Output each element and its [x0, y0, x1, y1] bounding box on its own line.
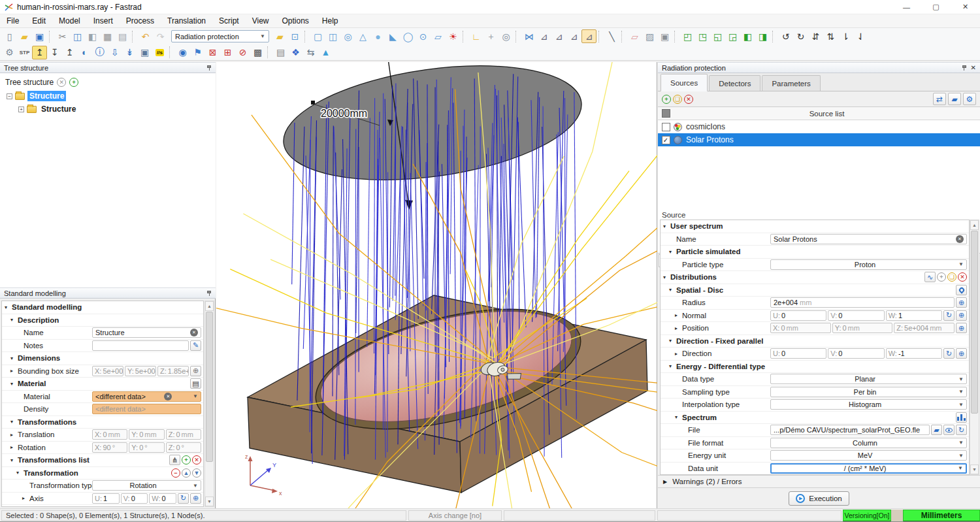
export-model-icon[interactable]: ↥ [62, 46, 77, 59]
processor-icon[interactable]: ▣ [137, 46, 152, 59]
rotate-ccw-icon[interactable]: ↺ [778, 29, 793, 43]
layers-stack-icon[interactable]: ▩ [250, 46, 265, 59]
zoom-selection-icon[interactable]: ◎ [498, 29, 514, 43]
down-icon[interactable]: ▼ [192, 468, 201, 478]
bounding-box-size-x-field[interactable]: X:5e+004 [92, 366, 123, 376]
axis-u-field[interactable]: U:1 [92, 493, 120, 504]
normal-v-field[interactable]: V:0 [828, 310, 884, 321]
axis-view-xy-icon[interactable]: ⊿ [536, 29, 551, 43]
duplicate-source-button[interactable]: ❏ [673, 95, 682, 104]
expander-triangle-icon[interactable]: ▾ [669, 363, 674, 369]
particle-type-dropdown[interactable]: Proton▼ [770, 259, 967, 270]
menu-model[interactable]: Model [52, 14, 87, 27]
target-icon[interactable]: ⊕ [956, 348, 967, 359]
rotation-y-field[interactable]: Y:0° [129, 442, 164, 453]
normal-w-field[interactable]: W:1 [886, 310, 942, 321]
refresh-icon[interactable]: ↻ [956, 425, 967, 435]
menu-view[interactable]: View [246, 14, 276, 27]
import-geometry-icon[interactable]: ↧ [47, 46, 62, 59]
warnings-row[interactable]: ▶ Warnings (2) / Errors [658, 475, 980, 488]
direction-v-field[interactable]: V:0 [828, 348, 884, 359]
axis-w-field[interactable]: W:0 [149, 493, 176, 504]
transformation-type-dropdown[interactable]: Rotation▼ [92, 480, 201, 491]
report-clipboard-icon[interactable]: ▤ [273, 46, 288, 59]
cut-icon[interactable]: ✂ [55, 29, 70, 43]
source-checkbox[interactable]: ✓ [662, 136, 670, 144]
remove-source-button[interactable]: ✕ [684, 95, 693, 104]
menu-options[interactable]: Options [276, 14, 316, 27]
menu-process[interactable]: Process [120, 14, 161, 27]
snapshot-camera-icon[interactable]: ▣ [657, 29, 672, 43]
mirror-icon[interactable]: ⋈ [521, 29, 536, 43]
undo-icon[interactable]: ↶ [138, 29, 153, 43]
shape-tube-icon[interactable]: ⊙ [416, 29, 431, 43]
density-field[interactable]: <different data> [92, 404, 201, 414]
rotation-x-field[interactable]: X:90° [92, 442, 127, 453]
pin-icon[interactable] [962, 65, 967, 71]
chevron-down-icon[interactable]: ▼ [956, 402, 964, 408]
eye-icon[interactable] [943, 425, 955, 435]
information-icon[interactable]: ⓘ [92, 46, 107, 59]
expander-triangle-icon[interactable]: ▸ [22, 495, 27, 501]
expander-triangle-icon[interactable]: ▾ [10, 355, 16, 361]
translation-y-field[interactable]: Y:0mm [129, 429, 164, 440]
clear-field-icon[interactable]: ✕ [190, 329, 198, 336]
expander-triangle-icon[interactable]: ▾ [10, 419, 16, 425]
position-x-field[interactable]: X:0mm [770, 323, 831, 333]
open-file-icon[interactable]: ▰ [17, 29, 32, 43]
menu-script[interactable]: Script [212, 14, 246, 27]
axis-view-xyz-icon[interactable]: ⊿ [581, 29, 596, 43]
shape-shell-icon[interactable]: ◎ [340, 29, 355, 43]
expander-triangle-icon[interactable]: ▸ [675, 312, 680, 318]
clone-icon[interactable]: ❏ [947, 272, 956, 282]
name-field[interactable]: Solar Protons✕ [770, 234, 967, 244]
show-points-icon[interactable]: ⊠ [205, 46, 220, 59]
shape-torus-icon[interactable]: ◯ [400, 29, 416, 43]
interpolation-type-dropdown[interactable]: Histogram▼ [770, 399, 967, 410]
rgb-cube-icon[interactable]: ❖ [288, 46, 303, 59]
rotate-up-icon[interactable]: ⇅ [823, 29, 838, 43]
expander-triangle-icon[interactable]: ▾ [675, 414, 680, 420]
expander-triangle-icon[interactable]: ▸ [675, 351, 680, 357]
file-field[interactable]: ...p/Démo CAVU/spectrum_solarProt_GEO.fl… [770, 425, 930, 435]
material-icon[interactable]: ▤ [190, 378, 201, 389]
target-icon[interactable]: ⊕ [956, 310, 967, 321]
translation-x-field[interactable]: X:0mm [92, 429, 127, 440]
expander-triangle-icon[interactable]: ▸ [675, 325, 680, 331]
modelling-scrollbar[interactable]: ▲ ▼ [204, 301, 214, 507]
translation-z-field[interactable]: Z:0mm [166, 429, 201, 440]
axis-v-field[interactable]: V:0 [121, 493, 148, 504]
translate-probe-icon[interactable]: ↡ [122, 46, 137, 59]
import-stp-icon[interactable]: STP [17, 46, 32, 59]
chevron-down-icon[interactable]: ▼ [956, 376, 964, 382]
tab-sources[interactable]: Sources [661, 74, 708, 91]
name-field[interactable]: Structure✕ [92, 327, 201, 338]
menu-translation[interactable]: Translation [161, 14, 212, 27]
bounding-box-size-y-field[interactable]: Y:5e+004 [125, 366, 156, 376]
duplicate-icon[interactable]: ◧ [85, 29, 100, 43]
remove-red-icon[interactable]: ✕ [958, 272, 967, 282]
redo-icon[interactable]: ↷ [153, 29, 168, 43]
delete-icon[interactable]: ▦ [100, 29, 115, 43]
select-all-checkbox[interactable] [662, 109, 670, 118]
close-button[interactable]: ✕ [951, 0, 980, 14]
menu-edit[interactable]: Edit [25, 14, 52, 27]
radius-field[interactable]: 2e+004mm [770, 297, 955, 308]
open-file-blue-icon[interactable]: ▰ [931, 425, 942, 435]
source-row-solar-protons[interactable]: ✓Solar Protons [658, 133, 980, 146]
chevron-down-icon[interactable]: ▼ [956, 261, 964, 267]
erase-points-icon[interactable]: ⊘ [235, 46, 250, 59]
data-type-dropdown[interactable]: Planar▼ [770, 374, 967, 384]
add-structure-button[interactable]: + [69, 78, 78, 87]
expander-triangle-icon[interactable]: ▸ [10, 444, 16, 450]
source-checkbox[interactable] [662, 123, 670, 131]
axis-tool-icon[interactable]: ⋔ [169, 455, 180, 465]
expander-triangle-icon[interactable]: ▾ [10, 381, 16, 387]
expander-triangle-icon[interactable]: ▾ [10, 457, 16, 463]
view-top-icon[interactable]: ◧ [740, 29, 755, 43]
shape-sphere-icon[interactable]: ● [370, 29, 385, 43]
tree-node-structure[interactable]: −Structure [0, 90, 216, 103]
source-grid-scrollbar[interactable]: ▲ ▼ [970, 220, 979, 475]
flip-up-icon[interactable]: ⇃ [853, 29, 868, 43]
mode-dropdown[interactable]: Radiation protection ▼ [171, 30, 269, 42]
